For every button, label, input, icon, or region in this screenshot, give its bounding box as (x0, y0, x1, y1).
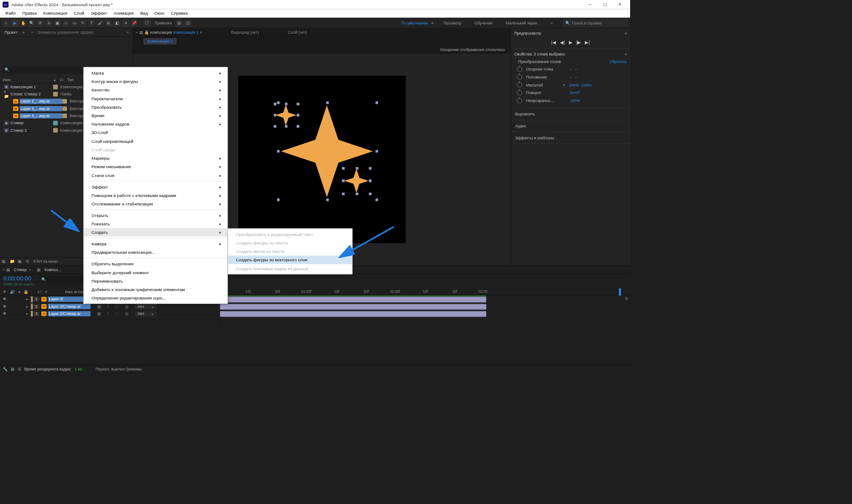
menu-layer[interactable]: Слой (71, 11, 87, 16)
layer-bar-2[interactable] (220, 304, 487, 310)
menu-item[interactable]: Показать▸ (84, 220, 228, 228)
last-frame-button[interactable]: ▶| (585, 39, 590, 45)
tab-project[interactable]: Проект (2, 30, 20, 35)
stopwatch-icon[interactable] (517, 75, 522, 80)
tag-col-icon[interactable]: 🏷 (60, 77, 64, 82)
text-tool[interactable]: T (87, 19, 95, 27)
workspace-small[interactable]: Маленький экран (502, 20, 540, 25)
link-icon[interactable]: ⚭ (562, 83, 565, 87)
lock-col[interactable]: 🔒 (24, 290, 28, 294)
puppet-tool[interactable]: 📌 (130, 19, 138, 27)
layer-bar-1[interactable] (220, 297, 487, 303)
stopwatch-icon[interactable] (517, 98, 522, 103)
roto-tool[interactable]: ✦ (122, 19, 130, 27)
menu-effect[interactable]: Эффект (87, 11, 110, 16)
marker-icon[interactable]: ⊟ (625, 296, 628, 301)
eraser-tool[interactable]: ◧ (113, 19, 121, 27)
orbit-tool[interactable]: ⟳ (36, 19, 44, 27)
menu-item[interactable]: Выберите дочерний элемент (84, 268, 228, 276)
interpret-icon[interactable]: ▦ (2, 259, 8, 264)
visibility-toggle[interactable]: 👁 (3, 311, 8, 316)
switch[interactable]: / (107, 304, 108, 308)
align-panel[interactable]: Выровнять (511, 108, 630, 120)
create-submenu[interactable]: Преобразовать в редактируемый текстСозда… (228, 228, 352, 275)
minimize-button[interactable]: ─ (582, 0, 597, 9)
stopwatch-icon[interactable] (517, 90, 522, 95)
menu-item[interactable]: Режим смешивания▸ (84, 162, 228, 171)
switch[interactable]: ⬚ (115, 311, 118, 316)
panel-menu-icon[interactable]: ≡ (624, 52, 627, 56)
footage-tab[interactable]: Видеоряд (нет) (231, 30, 259, 35)
timeline-tab-2[interactable]: Композ... (42, 267, 63, 272)
pen-tool[interactable]: ✎ (79, 19, 87, 27)
sort-icon[interactable]: ▴ (54, 77, 60, 82)
footer-icon[interactable]: ▦ (11, 367, 14, 371)
panel-menu-icon[interactable]: ≡ (22, 30, 24, 35)
workspace-learn[interactable]: Обучение (471, 20, 496, 25)
layer-tab[interactable]: Слой (нет) (288, 30, 307, 35)
timecode[interactable]: 0:00:00:00 (3, 276, 34, 283)
timeline-layer-row[interactable]: 👁▸2AiLayer 3/Стикер.ai▨/⬚◎Нет⌄ (0, 303, 220, 310)
tag-col[interactable]: 🏷 (38, 290, 42, 294)
selection-tool[interactable]: ▶ (11, 19, 19, 27)
settings-icon[interactable]: ⚙ (26, 259, 32, 264)
menu-edit[interactable]: Правка (19, 11, 40, 16)
property-value[interactable]: – (575, 67, 577, 71)
audio-panel[interactable]: Аудио (511, 120, 630, 132)
menu-view[interactable]: Вид (137, 11, 151, 16)
menu-item[interactable]: Слой направляющей (84, 137, 228, 145)
parent-dropdown[interactable]: Нет⌄ (135, 311, 157, 316)
tab-effect-controls[interactable]: Элементы управления эффект (35, 30, 97, 35)
rotate-tool[interactable]: ↻ (45, 19, 53, 27)
play-button[interactable]: ▶ (569, 39, 572, 45)
eye-col[interactable]: 👁 (3, 290, 7, 294)
help-search[interactable]: 🔍 Поиск в справке (563, 19, 628, 27)
menu-item[interactable]: Открыть▸ (84, 211, 228, 220)
solo-col[interactable]: ● (18, 290, 20, 294)
layer-context-menu[interactable]: Маска▸Контур маски и фигуры▸Качество▸Пер… (83, 67, 228, 304)
comp-name-link[interactable]: Композиция 1 (173, 30, 198, 35)
property-value[interactable]: – (575, 75, 577, 79)
visibility-toggle[interactable]: 👁 (3, 297, 8, 301)
parent-pick[interactable]: ◎ (125, 311, 128, 316)
snap-opt1[interactable]: ⊞ (175, 19, 183, 27)
menu-item[interactable]: Определение редактирования сцен... (84, 294, 228, 302)
workspace-default[interactable]: По умолчанию (398, 20, 431, 25)
toggle-switches[interactable]: Перекл. выключ./режимы (95, 367, 142, 371)
parent-pick[interactable]: ◎ (125, 304, 128, 308)
snap-opt2[interactable]: ⊡ (184, 19, 192, 27)
menu-item[interactable]: Добавить к основным графическим элемента… (84, 285, 228, 294)
menu-item[interactable]: Переключатели▸ (84, 94, 228, 102)
switch[interactable]: ⬚ (115, 304, 118, 308)
comp-close-icon[interactable]: × (135, 30, 138, 35)
stamp-tool[interactable]: ⧉ (105, 19, 113, 27)
stopwatch-icon[interactable] (517, 83, 522, 88)
layer-bar-3[interactable] (220, 311, 487, 317)
menu-item[interactable]: Контур маски и фигуры▸ (84, 77, 228, 86)
menu-window[interactable]: Окно (151, 11, 168, 16)
property-value[interactable]: 100% (570, 98, 580, 103)
audio-col[interactable]: 🔊 (10, 290, 15, 294)
submenu-item[interactable]: Создать фигуры из векторного слоя (228, 256, 352, 264)
menu-item[interactable]: Эффект▸ (84, 182, 228, 191)
menu-item[interactable]: Время▸ (84, 111, 228, 120)
menu-item[interactable]: Качество▸ (84, 86, 228, 94)
home-icon[interactable]: ⌂ (2, 19, 10, 27)
menu-composition[interactable]: Композиция (40, 11, 71, 16)
num-col[interactable]: # (45, 290, 47, 294)
active-comp-tab[interactable]: Композиция 1 (143, 38, 177, 45)
property-value[interactable]: 100% (581, 83, 592, 87)
shape-tool[interactable]: ▭ (71, 19, 79, 27)
switch[interactable]: ▨ (97, 311, 101, 316)
menu-item[interactable]: Отслеживание и стабилизация▸ (84, 200, 228, 208)
anchor-tool[interactable]: ⊹ (62, 19, 70, 27)
effects-panel[interactable]: Эффекты и шаблоны (511, 132, 630, 144)
menu-item[interactable]: Наложение кадров▸ (84, 120, 228, 128)
menu-item[interactable]: Создать▸ (84, 228, 228, 236)
timeline-layer-row[interactable]: 👁▸3AiLayer 2/Стикер.ai▨/⬚◎Нет⌄ (0, 310, 220, 317)
footer-icon[interactable]: ⊞ (18, 367, 21, 371)
snap-toggle[interactable]: ☐ (143, 19, 151, 27)
zoom-tool[interactable]: 🔍 (28, 19, 36, 27)
stopwatch-icon[interactable] (517, 67, 522, 72)
effect-controls-close[interactable]: × (31, 30, 33, 35)
